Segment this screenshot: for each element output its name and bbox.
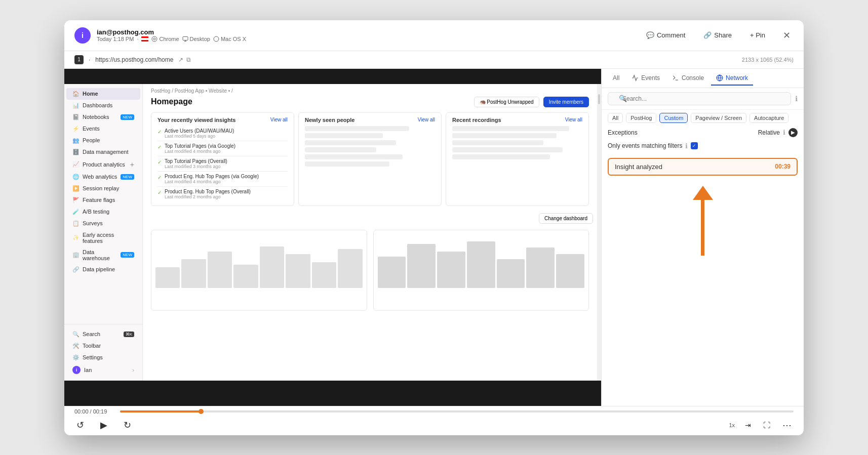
insight-item: ✓ Top Tutorial Pages (via Google) Last m… bbox=[157, 141, 288, 156]
timeline-track[interactable] bbox=[120, 410, 794, 412]
forward-button[interactable]: ↻ bbox=[122, 418, 133, 433]
exceptions-label: Exceptions bbox=[608, 129, 638, 136]
only-events-checkbox[interactable]: ✓ bbox=[691, 142, 698, 149]
chart-bar bbox=[526, 247, 555, 288]
session-replay-icon: ▶️ bbox=[72, 185, 79, 192]
timeline-thumb bbox=[199, 409, 204, 414]
scrollbar[interactable] bbox=[597, 84, 601, 381]
dashboards-icon: 📊 bbox=[72, 102, 79, 109]
speed-button[interactable]: 1x bbox=[729, 422, 735, 428]
event-item-insight-analyzed[interactable]: Insight analyzed 00:39 bbox=[608, 158, 798, 176]
data-warehouse-badge: NEW bbox=[121, 252, 134, 258]
person-row bbox=[305, 140, 396, 145]
tab-events[interactable]: Events bbox=[626, 71, 665, 86]
surveys-icon: 📋 bbox=[72, 220, 79, 227]
recordings-title: Recent recordings bbox=[452, 117, 501, 123]
toolbar-icon: 🛠️ bbox=[72, 343, 79, 349]
rewind-button[interactable]: ↺ bbox=[74, 418, 86, 433]
only-events-info[interactable]: ℹ bbox=[685, 142, 688, 150]
sidebar-item-people[interactable]: 👥 People bbox=[66, 135, 140, 146]
sidebar-item-dashboards[interactable]: 📊 Dashboards bbox=[66, 100, 140, 111]
sidebar-item-settings[interactable]: ⚙️ Settings bbox=[66, 352, 140, 363]
chart-bar bbox=[407, 244, 436, 288]
external-link-icon[interactable]: ↗ bbox=[178, 56, 183, 63]
header-date-time: Today 1:18 PM bbox=[97, 36, 134, 42]
invite-members-button[interactable]: Invite members bbox=[543, 97, 589, 107]
sidebar-item-toolbar[interactable]: 🛠️ Toolbar bbox=[66, 340, 140, 352]
info-icon[interactable]: ℹ bbox=[795, 95, 798, 103]
sidebar-item-data-management[interactable]: 🗄️ Data management bbox=[66, 146, 140, 158]
data-warehouse-icon: 🏢 bbox=[72, 252, 79, 258]
arrow-shaft bbox=[701, 200, 704, 256]
more-options-button[interactable]: ⋯ bbox=[780, 418, 794, 433]
share-button[interactable]: 🔗 Share bbox=[699, 29, 736, 42]
relative-play-button[interactable]: ▶ bbox=[788, 128, 798, 137]
dot-separator: · bbox=[89, 56, 90, 63]
search-input[interactable] bbox=[608, 92, 791, 105]
console-tab-icon bbox=[672, 74, 679, 81]
insight-name: Top Tutorial Pages (via Google) bbox=[165, 143, 235, 149]
filter-autocapture[interactable]: Autocapture bbox=[749, 113, 788, 123]
chart-card-1 bbox=[151, 230, 367, 311]
search-icon: 🔍 bbox=[619, 95, 627, 102]
filter-all[interactable]: All bbox=[608, 113, 623, 123]
play-button[interactable]: ▶ bbox=[98, 418, 109, 433]
sidebar-item-user[interactable]: i Ian › bbox=[66, 363, 140, 377]
close-button[interactable]: ✕ bbox=[779, 28, 794, 43]
filter-custom[interactable]: Custom bbox=[659, 113, 688, 123]
change-dashboard-button[interactable]: Change dashboard bbox=[539, 213, 593, 224]
timeline-progress bbox=[120, 410, 201, 412]
cursor-button[interactable]: ⇥ bbox=[743, 419, 753, 431]
sidebar: 🏠 Home 📊 Dashboards 📓 Notebooks NEW ⚡ bbox=[64, 84, 143, 381]
header-desktop: Desktop bbox=[182, 36, 210, 42]
filter-pageview[interactable]: Pageview / Screen bbox=[691, 113, 746, 123]
pin-button[interactable]: + Pin bbox=[746, 29, 769, 42]
fullscreen-button[interactable]: ⛶ bbox=[761, 419, 772, 431]
recording-row bbox=[452, 147, 563, 152]
chart-bar bbox=[378, 257, 406, 287]
insights-view-all[interactable]: View all bbox=[270, 117, 288, 122]
tab-number: 1 bbox=[74, 55, 84, 64]
event-time: 00:39 bbox=[775, 163, 791, 170]
scrollbar-thumb bbox=[598, 94, 600, 104]
tab-console[interactable]: Console bbox=[667, 71, 709, 86]
recording-row bbox=[452, 133, 557, 138]
breadcrumb: PostHog / PostHog App • Website • / bbox=[143, 84, 597, 96]
recording-row bbox=[452, 126, 569, 131]
feature-flags-icon: 🚩 bbox=[72, 197, 79, 203]
people-view-all[interactable]: View all bbox=[418, 117, 435, 122]
tab-network[interactable]: Network bbox=[711, 71, 753, 86]
sidebar-item-data-warehouse[interactable]: 🏢 Data warehouse NEW bbox=[66, 246, 140, 264]
events-tab-icon bbox=[632, 74, 639, 81]
recordings-view-all[interactable]: View all bbox=[565, 117, 582, 122]
person-row bbox=[305, 154, 403, 159]
sidebar-item-early-access[interactable]: ✨ Early access features bbox=[66, 229, 140, 246]
person-row bbox=[305, 126, 409, 131]
sidebar-item-feature-flags[interactable]: 🚩 Feature flags bbox=[66, 194, 140, 206]
sidebar-item-search[interactable]: 🔍 Search ⌘K bbox=[66, 328, 140, 340]
tab-all[interactable]: All bbox=[608, 71, 624, 86]
product-analytics-icon: 📈 bbox=[72, 161, 79, 168]
insight-name: Product Eng. Hub Top Pages (Overall) bbox=[165, 189, 251, 194]
info-icon-relative[interactable]: ℹ bbox=[783, 129, 785, 136]
sidebar-item-session-replay[interactable]: ▶️ Session replay bbox=[66, 183, 140, 194]
sidebar-item-events[interactable]: ⚡ Events bbox=[66, 123, 140, 135]
early-access-icon: ✨ bbox=[72, 234, 79, 241]
share-icon: 🔗 bbox=[703, 31, 712, 39]
sidebar-item-data-pipeline[interactable]: 🔗 Data pipeline bbox=[66, 264, 140, 275]
sidebar-item-ab-testing[interactable]: 🧪 A/B testing bbox=[66, 206, 140, 218]
sidebar-item-web-analytics[interactable]: 🌐 Web analytics NEW bbox=[66, 171, 140, 183]
posthog-unwrapped-button[interactable]: 🦔 PostHog Unwrapped bbox=[474, 97, 539, 107]
insight-item: ✓ Product Eng. Hub Top Pages (via Google… bbox=[157, 172, 288, 187]
page-title: Homepage bbox=[151, 97, 192, 106]
sidebar-item-surveys[interactable]: 📋 Surveys bbox=[66, 218, 140, 229]
comment-button[interactable]: 💬 Comment bbox=[642, 29, 689, 42]
svg-point-1 bbox=[153, 38, 155, 40]
sidebar-item-product-analytics[interactable]: 📈 Product analytics + bbox=[66, 158, 140, 171]
sidebar-item-notebooks[interactable]: 📓 Notebooks NEW bbox=[66, 111, 140, 123]
only-events-label: Only events matching filters bbox=[608, 142, 682, 149]
sidebar-item-home[interactable]: 🏠 Home bbox=[66, 88, 140, 100]
copy-icon[interactable]: ⧉ bbox=[186, 56, 191, 63]
chart-bar bbox=[155, 267, 180, 288]
filter-posthog[interactable]: PostHog bbox=[626, 113, 656, 123]
